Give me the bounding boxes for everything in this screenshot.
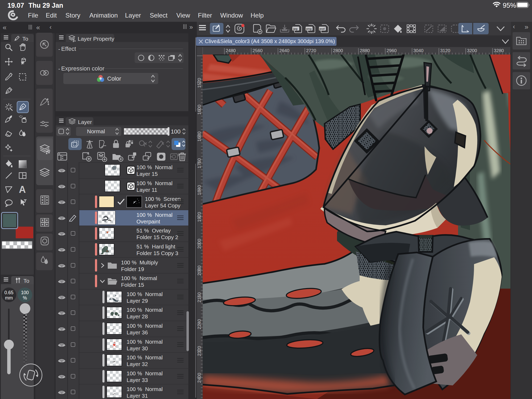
- svg-text:2000: 2000: [197, 239, 202, 249]
- svg-text:2720: 2720: [306, 48, 316, 53]
- svg-text:3200: 3200: [467, 48, 477, 53]
- svg-text:2320: 2320: [197, 346, 202, 356]
- svg-text:2080: 2080: [197, 265, 202, 276]
- svg-text:2400: 2400: [197, 373, 202, 383]
- svg-text:1840: 1840: [197, 185, 202, 195]
- svg-text:jpg: jpg: [293, 27, 298, 30]
- svg-text:2240: 2240: [197, 319, 202, 329]
- svg-text:2880: 2880: [360, 48, 370, 53]
- svg-text:2480: 2480: [226, 48, 236, 53]
- svg-text:3280: 3280: [494, 48, 504, 53]
- svg-text:1600: 1600: [197, 105, 202, 115]
- svg-text:1520: 1520: [197, 78, 202, 88]
- svg-text:1680: 1680: [197, 131, 202, 142]
- svg-text:2960: 2960: [386, 48, 397, 53]
- svg-text:3040: 3040: [413, 48, 423, 53]
- svg-text:3120: 3120: [440, 48, 450, 53]
- svg-text:2800: 2800: [333, 48, 343, 53]
- svg-text:psd: psd: [319, 27, 325, 30]
- svg-text:2560: 2560: [252, 48, 263, 53]
- svg-text:png: png: [306, 27, 311, 30]
- svg-text:2640: 2640: [279, 48, 289, 53]
- svg-text:1760: 1760: [197, 158, 202, 168]
- svg-text:1920: 1920: [197, 212, 202, 222]
- svg-text:2160: 2160: [197, 292, 202, 302]
